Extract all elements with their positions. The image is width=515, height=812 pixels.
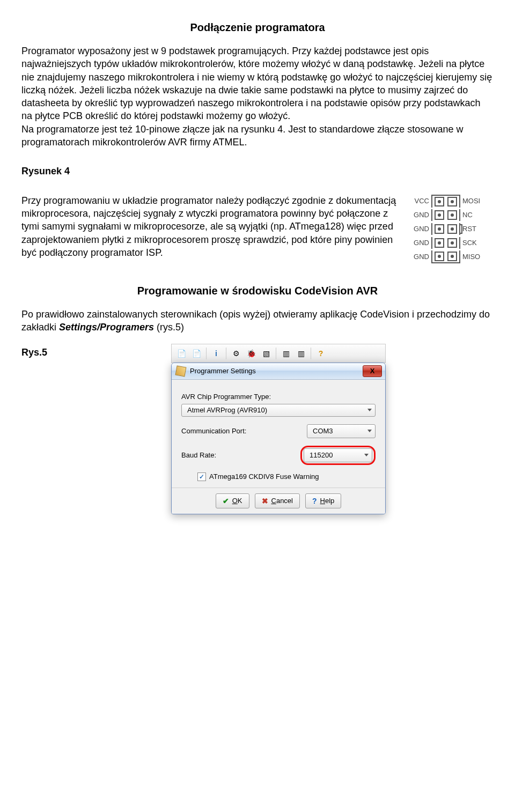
toolbar-button[interactable]: 📄	[175, 347, 188, 360]
pin-label-gnd: GND	[408, 239, 431, 247]
pin-label-nc: NC	[460, 211, 487, 219]
baud-rate-combobox[interactable]: 115200	[304, 448, 372, 462]
pin-label-mosi: MOSI	[460, 197, 487, 205]
communication-port-combobox[interactable]: COM3	[307, 424, 376, 438]
dialog-titlebar: Programmer Settings X	[172, 363, 385, 380]
cancel-button[interactable]: ✖ Cancel	[255, 493, 300, 508]
heading-codevision: Programowanie w środowisku CodeVision AV…	[21, 285, 494, 297]
ok-button-rest: K	[238, 497, 242, 505]
baud-rate-label: Baud Rate:	[181, 451, 216, 459]
programmer-type-combobox[interactable]: Atmel AVRProg (AVR910)	[181, 404, 376, 417]
toolbar-button[interactable]: ▥	[295, 347, 307, 360]
programmer-type-label: AVR Chip Programmer Type:	[181, 393, 376, 401]
help-button-rest: elp	[325, 497, 334, 505]
cancel-button-rest: ancel	[276, 497, 293, 505]
fuse-warning-label: ATmega169 CKDIV8 Fuse Warning	[209, 473, 319, 481]
paragraph-3-post: (rys.5)	[154, 322, 184, 333]
programmer-settings-screenshot: 📄 📄 i ⚙ 🐞 ▧ ▥ ▥ ? Programmer Settings X	[171, 344, 386, 514]
toolbar-info-button[interactable]: i	[210, 347, 223, 360]
fuse-warning-checkbox[interactable]: ✓	[197, 473, 206, 481]
help-button[interactable]: ? Help	[305, 493, 341, 508]
pin-label-sck: SCK	[460, 239, 487, 247]
baud-rate-value: 115200	[310, 451, 333, 459]
close-icon: X	[370, 367, 375, 375]
ok-button[interactable]: ✔ OK	[216, 493, 249, 508]
paragraph-1: Programator wyposażony jest w 9 podstawe…	[21, 45, 494, 149]
toolbar-chip-button[interactable]: ▧	[260, 347, 273, 360]
pin-label-miso: MISO	[460, 253, 487, 261]
check-icon: ✔	[223, 497, 229, 505]
toolbar-button[interactable]: ▥	[279, 347, 292, 360]
help-icon: ?	[312, 497, 317, 505]
figure-5-label: Rys.5	[21, 346, 47, 359]
chip-icon	[175, 365, 187, 377]
close-button[interactable]: X	[363, 365, 382, 377]
communication-port-label: Communication Port:	[181, 427, 246, 435]
pin-label-rst: RST	[460, 225, 487, 233]
toolbar-button[interactable]: 📄	[190, 347, 203, 360]
chevron-down-icon	[367, 430, 372, 432]
chevron-down-icon	[364, 454, 369, 456]
paragraph-2: Przy programowaniu w układzie programato…	[21, 194, 397, 259]
communication-port-value: COM3	[313, 427, 333, 435]
pin-label-gnd: GND	[408, 225, 431, 233]
toolbar-bug-button[interactable]: 🐞	[245, 347, 258, 360]
pin-label-gnd: GND	[408, 253, 431, 261]
pin-label-gnd: GND	[408, 211, 431, 219]
page-title: Podłączenie programatora	[21, 21, 494, 34]
toolbar-help-button[interactable]: ?	[314, 347, 327, 360]
toolbar-button[interactable]: ⚙	[230, 347, 242, 360]
ide-toolbar: 📄 📄 i ⚙ 🐞 ▧ ▥ ▥ ?	[171, 344, 386, 363]
x-icon: ✖	[262, 497, 268, 505]
programmer-settings-dialog: Programmer Settings X AVR Chip Programme…	[171, 363, 386, 514]
chevron-down-icon	[367, 409, 372, 411]
settings-path: Settings/Programers	[59, 322, 154, 333]
pin-label-vcc: VCC	[408, 197, 431, 205]
dialog-title-text: Programmer Settings	[190, 367, 256, 375]
programmer-type-value: Atmel AVRProg (AVR910)	[187, 406, 267, 414]
isp-connector-diagram: VCC MOSI GND NC GND RST GND SCK GND MISO	[408, 194, 494, 264]
paragraph-3: Po prawidłowo zainstalowanych sterownika…	[21, 308, 494, 334]
figure-4-label: Rysunek 4	[21, 165, 494, 178]
baud-rate-highlight: 115200	[300, 446, 376, 465]
